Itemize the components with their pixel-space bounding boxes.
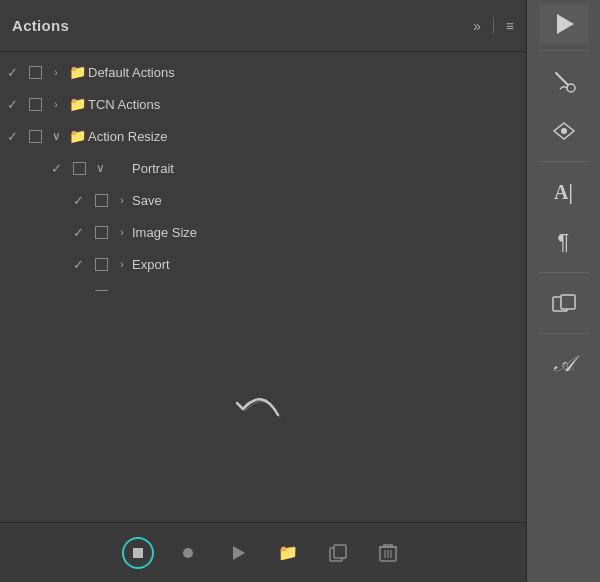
checkbox-portrait[interactable] (68, 162, 90, 175)
row-label-tcn: TCN Actions (88, 97, 518, 112)
list-item[interactable]: ✓ ∨ Portrait (0, 152, 526, 184)
svg-rect-15 (561, 295, 575, 309)
svg-point-13 (561, 128, 567, 134)
folder-icon-resize: 📁 (66, 128, 88, 144)
record-button[interactable] (172, 537, 204, 569)
checkmark-tcn: ✓ (0, 97, 24, 112)
chevron-imagesize[interactable]: › (112, 227, 132, 238)
trash-icon (379, 543, 397, 563)
row-label-default: Default Actions (88, 65, 518, 80)
play-button[interactable] (222, 537, 254, 569)
checkbox-tcn[interactable] (24, 98, 46, 111)
clone-icon (550, 289, 578, 317)
sidebar-btn-eraser[interactable] (537, 107, 591, 155)
sidebar-sep-4 (539, 333, 589, 334)
chevron-export[interactable]: › (112, 259, 132, 270)
checkmark-default: ✓ (0, 65, 24, 80)
chevron-tcn[interactable]: › (46, 99, 66, 110)
checkbox-export[interactable] (90, 258, 112, 271)
duplicate-button[interactable] (322, 537, 354, 569)
right-sidebar: A| ¶ 𝒜 (527, 0, 600, 582)
list-item[interactable]: ✓ › Export (0, 248, 526, 280)
folder-icon: 📁 (278, 543, 298, 562)
stop-button[interactable] (122, 537, 154, 569)
bottom-toolbar: 📁 (0, 522, 526, 582)
sidebar-sep-2 (539, 161, 589, 162)
record-icon (183, 548, 193, 558)
folder-icon-tcn: 📁 (66, 96, 88, 112)
delete-button[interactable] (372, 537, 404, 569)
svg-point-11 (567, 84, 575, 92)
folder-icon-default: 📁 (66, 64, 88, 80)
list-item[interactable]: ✓ › 📁 Default Actions (0, 56, 526, 88)
sidebar-play-button[interactable] (539, 4, 589, 44)
sidebar-btn-text[interactable]: A| (537, 168, 591, 216)
list-item[interactable]: ✓ › Save (0, 184, 526, 216)
header-divider (493, 18, 494, 34)
checkmark-export: ✓ (66, 257, 90, 272)
sidebar-play-icon (557, 14, 574, 34)
brush-icon (550, 67, 578, 95)
row-label-export: Export (132, 257, 518, 272)
checkmark-resize: ✓ (0, 129, 24, 144)
list-item[interactable]: ✓ ∨ 📁 Action Resize (0, 120, 526, 152)
checkbox-default[interactable] (24, 66, 46, 79)
undo-arrow-decoration (223, 377, 303, 437)
expand-icon[interactable]: » (473, 18, 481, 34)
chevron-default[interactable]: › (46, 67, 66, 78)
list-item[interactable]: ✓ › 📁 TCN Actions (0, 88, 526, 120)
menu-icon[interactable]: ≡ (506, 18, 514, 34)
play-icon (233, 546, 245, 560)
stop-icon (133, 548, 143, 558)
row-label-portrait: Portrait (132, 161, 518, 176)
checkbox-resize[interactable] (24, 130, 46, 143)
panel-title: Actions (12, 17, 69, 34)
sidebar-btn-clone[interactable] (537, 279, 591, 327)
sidebar-btn-brush[interactable] (537, 57, 591, 105)
sidebar-btn-paragraph[interactable]: ¶ (537, 218, 591, 266)
sidebar-sep-3 (539, 272, 589, 273)
row-label-resize: Action Resize (88, 129, 518, 144)
row-label-save: Save (132, 193, 518, 208)
duplicate-icon (328, 543, 348, 563)
svg-line-10 (556, 73, 568, 85)
checkmark-portrait: ✓ (44, 161, 68, 176)
sidebar-sep-1 (539, 50, 589, 51)
sidebar-btn-styled-text[interactable]: 𝒜 (537, 340, 591, 388)
eraser-icon (550, 117, 578, 145)
checkbox-save[interactable] (90, 194, 112, 207)
styled-text-icon: 𝒜 (554, 351, 573, 377)
actions-panel: Actions » ≡ ✓ › 📁 Default Actions ✓ › 📁 … (0, 0, 527, 582)
panel-header: Actions » ≡ (0, 0, 526, 52)
chevron-save[interactable]: › (112, 195, 132, 206)
chevron-resize[interactable]: ∨ (46, 129, 66, 143)
paragraph-icon: ¶ (558, 229, 570, 255)
chevron-portrait[interactable]: ∨ (90, 161, 110, 175)
list-item[interactable]: ✓ › Image Size (0, 216, 526, 248)
checkmark-imagesize: ✓ (66, 225, 90, 240)
checkbox-imagesize[interactable] (90, 226, 112, 239)
actions-list: ✓ › 📁 Default Actions ✓ › 📁 TCN Actions … (0, 52, 526, 291)
header-icons: » ≡ (473, 18, 514, 34)
text-tool-icon: A| (554, 181, 573, 204)
svg-rect-1 (334, 545, 346, 558)
row-label-imagesize: Image Size (132, 225, 518, 240)
list-item[interactable]: ✓ › Close (0, 280, 526, 291)
new-set-button[interactable]: 📁 (272, 537, 304, 569)
checkmark-save: ✓ (66, 193, 90, 208)
